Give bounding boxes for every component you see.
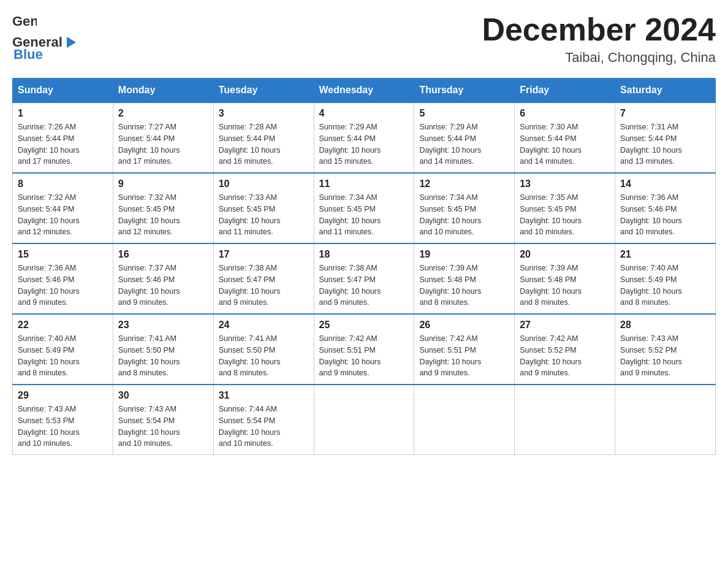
calendar-empty-cell <box>615 385 716 455</box>
calendar-day-cell: 18 Sunrise: 7:38 AM Sunset: 5:47 PM Dayl… <box>314 243 414 314</box>
calendar-day-cell: 5 Sunrise: 7:29 AM Sunset: 5:44 PM Dayli… <box>414 102 515 173</box>
day-number: 12 <box>419 178 509 190</box>
day-number: 29 <box>18 390 108 401</box>
day-number: 17 <box>219 249 309 260</box>
day-number: 4 <box>319 108 409 119</box>
calendar-day-cell: 4 Sunrise: 7:29 AM Sunset: 5:44 PM Dayli… <box>314 102 414 173</box>
day-number: 15 <box>18 249 108 260</box>
day-info: Sunrise: 7:36 AM Sunset: 5:46 PM Dayligh… <box>620 192 710 238</box>
day-info: Sunrise: 7:39 AM Sunset: 5:48 PM Dayligh… <box>419 262 509 308</box>
day-info: Sunrise: 7:32 AM Sunset: 5:45 PM Dayligh… <box>118 192 208 238</box>
calendar-day-cell: 27 Sunrise: 7:42 AM Sunset: 5:52 PM Dayl… <box>515 314 615 385</box>
day-info: Sunrise: 7:38 AM Sunset: 5:47 PM Dayligh… <box>319 262 409 308</box>
day-info: Sunrise: 7:38 AM Sunset: 5:47 PM Dayligh… <box>219 262 309 308</box>
calendar-day-cell: 30 Sunrise: 7:43 AM Sunset: 5:54 PM Dayl… <box>113 385 213 455</box>
day-info: Sunrise: 7:40 AM Sunset: 5:49 PM Dayligh… <box>18 333 108 379</box>
title-section: December 2024 Taibai, Chongqing, China <box>482 12 716 66</box>
day-number: 19 <box>419 249 509 260</box>
calendar-week-row: 1 Sunrise: 7:26 AM Sunset: 5:44 PM Dayli… <box>13 102 716 173</box>
header-saturday: Saturday <box>615 79 716 103</box>
calendar-day-cell: 3 Sunrise: 7:28 AM Sunset: 5:44 PM Dayli… <box>213 102 314 173</box>
day-info: Sunrise: 7:30 AM Sunset: 5:44 PM Dayligh… <box>520 121 610 167</box>
day-number: 2 <box>118 108 208 119</box>
calendar-empty-cell <box>314 385 414 455</box>
calendar-day-cell: 7 Sunrise: 7:31 AM Sunset: 5:44 PM Dayli… <box>615 102 716 173</box>
day-info: Sunrise: 7:41 AM Sunset: 5:50 PM Dayligh… <box>118 333 208 379</box>
day-number: 23 <box>118 320 208 331</box>
day-number: 22 <box>18 320 108 331</box>
day-info: Sunrise: 7:34 AM Sunset: 5:45 PM Dayligh… <box>319 192 409 238</box>
header-tuesday: Tuesday <box>213 79 314 103</box>
header-sunday: Sunday <box>13 79 113 103</box>
header-wednesday: Wednesday <box>314 79 414 103</box>
calendar-day-cell: 24 Sunrise: 7:41 AM Sunset: 5:50 PM Dayl… <box>213 314 314 385</box>
day-info: Sunrise: 7:35 AM Sunset: 5:45 PM Dayligh… <box>520 192 610 238</box>
calendar-day-cell: 12 Sunrise: 7:34 AM Sunset: 5:45 PM Dayl… <box>414 173 515 243</box>
calendar-day-cell: 25 Sunrise: 7:42 AM Sunset: 5:51 PM Dayl… <box>314 314 414 385</box>
day-number: 6 <box>520 108 610 119</box>
day-info: Sunrise: 7:41 AM Sunset: 5:50 PM Dayligh… <box>219 333 309 379</box>
day-info: Sunrise: 7:43 AM Sunset: 5:54 PM Dayligh… <box>118 404 208 450</box>
day-number: 3 <box>219 108 309 119</box>
calendar-day-cell: 21 Sunrise: 7:40 AM Sunset: 5:49 PM Dayl… <box>615 243 716 314</box>
calendar-week-row: 15 Sunrise: 7:36 AM Sunset: 5:46 PM Dayl… <box>13 243 716 314</box>
day-number: 27 <box>520 320 610 331</box>
calendar-day-cell: 13 Sunrise: 7:35 AM Sunset: 5:45 PM Dayl… <box>515 173 615 243</box>
day-info: Sunrise: 7:39 AM Sunset: 5:48 PM Dayligh… <box>520 262 610 308</box>
day-number: 14 <box>620 178 710 190</box>
header-friday: Friday <box>515 79 615 103</box>
day-number: 18 <box>319 249 409 260</box>
calendar-empty-cell <box>515 385 615 455</box>
page-header: General General Blue December 2024 Taiba… <box>12 12 716 66</box>
day-info: Sunrise: 7:42 AM Sunset: 5:51 PM Dayligh… <box>419 333 509 379</box>
calendar-week-row: 8 Sunrise: 7:32 AM Sunset: 5:44 PM Dayli… <box>13 173 716 243</box>
logo: General General Blue <box>12 12 78 63</box>
calendar-day-cell: 6 Sunrise: 7:30 AM Sunset: 5:44 PM Dayli… <box>515 102 615 173</box>
day-number: 7 <box>620 108 710 119</box>
header-thursday: Thursday <box>414 79 515 103</box>
calendar-day-cell: 29 Sunrise: 7:43 AM Sunset: 5:53 PM Dayl… <box>13 385 113 455</box>
day-info: Sunrise: 7:34 AM Sunset: 5:45 PM Dayligh… <box>419 192 509 238</box>
day-info: Sunrise: 7:28 AM Sunset: 5:44 PM Dayligh… <box>219 121 309 167</box>
location-title: Taibai, Chongqing, China <box>482 50 716 66</box>
calendar-table: Sunday Monday Tuesday Wednesday Thursday… <box>12 78 716 455</box>
calendar-day-cell: 9 Sunrise: 7:32 AM Sunset: 5:45 PM Dayli… <box>113 173 213 243</box>
calendar-day-cell: 14 Sunrise: 7:36 AM Sunset: 5:46 PM Dayl… <box>615 173 716 243</box>
calendar-day-cell: 22 Sunrise: 7:40 AM Sunset: 5:49 PM Dayl… <box>13 314 113 385</box>
month-title: December 2024 <box>482 12 716 47</box>
day-info: Sunrise: 7:42 AM Sunset: 5:51 PM Dayligh… <box>319 333 409 379</box>
day-info: Sunrise: 7:29 AM Sunset: 5:44 PM Dayligh… <box>419 121 509 167</box>
day-number: 13 <box>520 178 610 190</box>
svg-text:General: General <box>12 13 37 29</box>
logo-icon: General <box>12 12 37 37</box>
day-number: 25 <box>319 320 409 331</box>
day-info: Sunrise: 7:27 AM Sunset: 5:44 PM Dayligh… <box>118 121 208 167</box>
calendar-week-row: 29 Sunrise: 7:43 AM Sunset: 5:53 PM Dayl… <box>13 385 716 455</box>
calendar-day-cell: 2 Sunrise: 7:27 AM Sunset: 5:44 PM Dayli… <box>113 102 213 173</box>
calendar-day-cell: 26 Sunrise: 7:42 AM Sunset: 5:51 PM Dayl… <box>414 314 515 385</box>
day-info: Sunrise: 7:44 AM Sunset: 5:54 PM Dayligh… <box>219 404 309 450</box>
day-number: 1 <box>18 108 108 119</box>
header-monday: Monday <box>113 79 213 103</box>
calendar-day-cell: 1 Sunrise: 7:26 AM Sunset: 5:44 PM Dayli… <box>13 102 113 173</box>
calendar-day-cell: 8 Sunrise: 7:32 AM Sunset: 5:44 PM Dayli… <box>13 173 113 243</box>
day-info: Sunrise: 7:29 AM Sunset: 5:44 PM Dayligh… <box>319 121 409 167</box>
calendar-day-cell: 20 Sunrise: 7:39 AM Sunset: 5:48 PM Dayl… <box>515 243 615 314</box>
day-number: 24 <box>219 320 309 331</box>
day-number: 20 <box>520 249 610 260</box>
day-info: Sunrise: 7:43 AM Sunset: 5:52 PM Dayligh… <box>620 333 710 379</box>
svg-marker-1 <box>67 37 76 48</box>
calendar-day-cell: 15 Sunrise: 7:36 AM Sunset: 5:46 PM Dayl… <box>13 243 113 314</box>
calendar-day-cell: 11 Sunrise: 7:34 AM Sunset: 5:45 PM Dayl… <box>314 173 414 243</box>
calendar-day-cell: 10 Sunrise: 7:33 AM Sunset: 5:45 PM Dayl… <box>213 173 314 243</box>
day-number: 16 <box>118 249 208 260</box>
day-number: 5 <box>419 108 509 119</box>
calendar-header-row: Sunday Monday Tuesday Wednesday Thursday… <box>13 79 716 103</box>
day-info: Sunrise: 7:32 AM Sunset: 5:44 PM Dayligh… <box>18 192 108 238</box>
day-number: 21 <box>620 249 710 260</box>
day-number: 31 <box>219 390 309 401</box>
day-info: Sunrise: 7:43 AM Sunset: 5:53 PM Dayligh… <box>18 404 108 450</box>
calendar-day-cell: 23 Sunrise: 7:41 AM Sunset: 5:50 PM Dayl… <box>113 314 213 385</box>
day-number: 11 <box>319 178 409 190</box>
calendar-day-cell: 19 Sunrise: 7:39 AM Sunset: 5:48 PM Dayl… <box>414 243 515 314</box>
